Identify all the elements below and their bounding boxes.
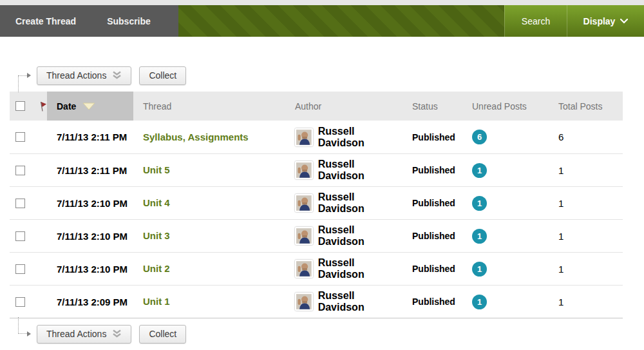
thread-actions-button[interactable]: Thread Actions bbox=[37, 325, 131, 344]
search-button[interactable]: Search bbox=[504, 5, 567, 37]
page-top-strip bbox=[0, 0, 644, 5]
unread-posts-cell: 1 bbox=[462, 163, 551, 178]
double-chevron-down-icon bbox=[112, 71, 122, 79]
double-chevron-down-icon bbox=[112, 329, 122, 338]
row-checkbox[interactable] bbox=[15, 297, 25, 307]
selection-arrow-icon bbox=[18, 317, 30, 334]
unread-posts-badge[interactable]: 6 bbox=[472, 130, 487, 144]
author-cell: Russell Davidson bbox=[285, 224, 402, 248]
avatar bbox=[295, 194, 313, 212]
thread-cell: Unit 5 bbox=[133, 164, 285, 176]
thread-cell: Unit 1 bbox=[133, 296, 285, 307]
thread-cell: Unit 4 bbox=[133, 197, 285, 209]
row-select-cell bbox=[10, 264, 37, 274]
subscribe-button[interactable]: Subscribe bbox=[91, 5, 166, 37]
action-bar-left: Create Thread Subscribe bbox=[0, 5, 178, 37]
thread-date: 7/11/13 2:10 PM bbox=[47, 231, 133, 242]
column-header-status: Status bbox=[402, 101, 462, 112]
author-cell: Russell Davidson bbox=[285, 191, 402, 215]
search-button-label: Search bbox=[522, 16, 550, 26]
table-body: 7/11/13 2:11 PM Syllabus, Assignments Ru… bbox=[10, 121, 623, 318]
table-row: 7/11/13 2:09 PM Unit 1 Russell Davidson … bbox=[10, 285, 623, 318]
table-row: 7/11/13 2:11 PM Unit 5 Russell Davidson … bbox=[10, 153, 623, 186]
table-header-row: Date Thread Author Status Unread Posts T… bbox=[10, 92, 623, 121]
unread-posts-cell: 1 bbox=[462, 196, 551, 211]
table-row: 7/11/13 2:10 PM Unit 2 Russell Davidson … bbox=[10, 252, 623, 285]
unread-posts-cell: 1 bbox=[462, 262, 551, 277]
total-posts-count: 1 bbox=[551, 231, 623, 242]
date-header-label: Date bbox=[57, 101, 76, 112]
row-checkbox[interactable] bbox=[15, 132, 25, 142]
table-row: 7/11/13 2:10 PM Unit 3 Russell Davidson … bbox=[10, 219, 623, 252]
author-cell: Russell Davidson bbox=[285, 126, 402, 149]
unread-posts-badge[interactable]: 1 bbox=[472, 262, 487, 277]
select-all-checkbox[interactable] bbox=[15, 101, 25, 111]
row-select-cell bbox=[10, 297, 37, 307]
unread-posts-badge[interactable]: 1 bbox=[472, 229, 487, 244]
thread-cell: Unit 2 bbox=[133, 263, 285, 275]
flag-column-header bbox=[37, 101, 47, 112]
collect-button[interactable]: Collect bbox=[139, 325, 186, 344]
unread-posts-badge[interactable]: 1 bbox=[472, 163, 487, 178]
author-cell: Russell Davidson bbox=[285, 257, 402, 280]
total-posts-count: 1 bbox=[551, 165, 623, 176]
thread-date: 7/11/13 2:10 PM bbox=[47, 264, 133, 275]
list-actions-top: Thread Actions Collect bbox=[10, 66, 623, 84]
author-name: Russell Davidson bbox=[318, 191, 402, 215]
column-header-thread: Thread bbox=[133, 101, 285, 112]
thread-cell: Unit 3 bbox=[133, 230, 285, 242]
row-select-cell bbox=[10, 132, 37, 142]
thread-status: Published bbox=[402, 198, 462, 208]
table-row: 7/11/13 2:11 PM Syllabus, Assignments Ru… bbox=[10, 121, 623, 153]
row-checkbox[interactable] bbox=[15, 264, 25, 274]
thread-actions-label: Thread Actions bbox=[46, 329, 106, 339]
unread-posts-badge[interactable]: 1 bbox=[472, 196, 487, 211]
row-select-cell bbox=[10, 231, 37, 241]
column-header-date[interactable]: Date bbox=[47, 92, 133, 121]
thread-date: 7/11/13 2:09 PM bbox=[47, 297, 133, 307]
avatar bbox=[295, 293, 313, 311]
unread-posts-cell: 1 bbox=[462, 229, 551, 244]
author-cell: Russell Davidson bbox=[285, 159, 402, 182]
triangle-down-icon bbox=[82, 102, 95, 110]
total-posts-count: 1 bbox=[551, 198, 623, 209]
display-button-label: Display bbox=[583, 16, 616, 26]
thread-link[interactable]: Unit 2 bbox=[143, 263, 170, 274]
author-cell: Russell Davidson bbox=[285, 290, 402, 313]
row-select-cell bbox=[10, 166, 37, 175]
thread-link[interactable]: Syllabus, Assignments bbox=[143, 131, 249, 142]
author-name: Russell Davidson bbox=[318, 126, 402, 149]
avatar bbox=[295, 161, 313, 179]
select-all-cell bbox=[10, 101, 37, 111]
action-bar-stripe-fill bbox=[178, 5, 504, 37]
thread-actions-label: Thread Actions bbox=[46, 70, 106, 81]
flag-icon bbox=[40, 101, 47, 112]
column-header-unread-posts: Unread Posts bbox=[462, 101, 551, 112]
thread-cell: Syllabus, Assignments bbox=[133, 131, 285, 143]
thread-status: Published bbox=[402, 231, 462, 241]
display-menu-button[interactable]: Display bbox=[567, 5, 644, 37]
row-checkbox[interactable] bbox=[15, 166, 25, 175]
thread-date: 7/11/13 2:11 PM bbox=[47, 131, 133, 142]
collect-button[interactable]: Collect bbox=[139, 66, 186, 85]
avatar bbox=[295, 260, 313, 278]
thread-status: Published bbox=[402, 132, 462, 142]
thread-actions-button[interactable]: Thread Actions bbox=[37, 66, 131, 85]
thread-date: 7/11/13 2:10 PM bbox=[47, 198, 133, 209]
thread-link[interactable]: Unit 1 bbox=[143, 296, 170, 307]
thread-table: Date Thread Author Status Unread Posts T… bbox=[10, 92, 623, 318]
row-checkbox[interactable] bbox=[15, 231, 25, 241]
create-thread-button[interactable]: Create Thread bbox=[0, 5, 91, 37]
thread-link[interactable]: Unit 4 bbox=[143, 197, 170, 208]
author-name: Russell Davidson bbox=[318, 257, 402, 280]
row-select-cell bbox=[10, 199, 37, 208]
unread-posts-badge[interactable]: 1 bbox=[472, 295, 487, 309]
total-posts-count: 1 bbox=[551, 297, 623, 307]
column-header-author: Author bbox=[285, 101, 402, 112]
unread-posts-cell: 1 bbox=[462, 295, 551, 309]
thread-link[interactable]: Unit 5 bbox=[143, 164, 170, 175]
author-name: Russell Davidson bbox=[318, 290, 402, 313]
thread-link[interactable]: Unit 3 bbox=[143, 230, 170, 241]
list-actions-bottom: Thread Actions Collect bbox=[10, 325, 623, 343]
row-checkbox[interactable] bbox=[15, 199, 25, 208]
